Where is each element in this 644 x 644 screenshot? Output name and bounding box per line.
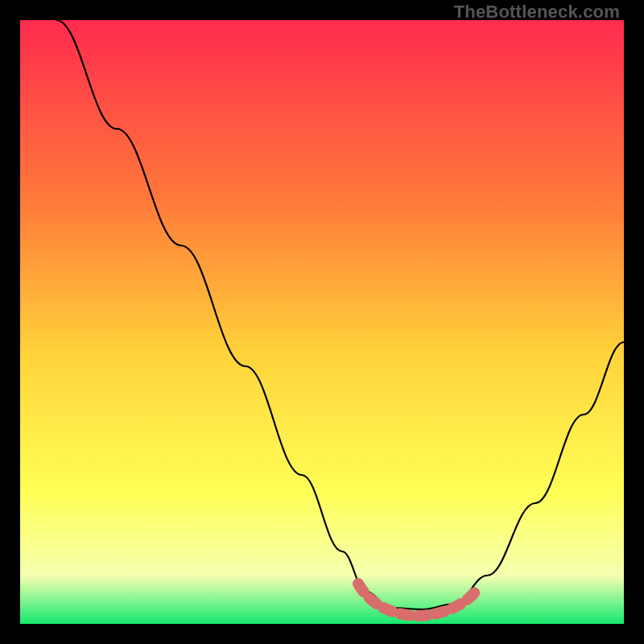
chart-svg xyxy=(20,20,624,624)
bottleneck-curve xyxy=(56,20,624,609)
sweet-spot-marker xyxy=(358,584,479,616)
chart-area xyxy=(20,20,624,624)
